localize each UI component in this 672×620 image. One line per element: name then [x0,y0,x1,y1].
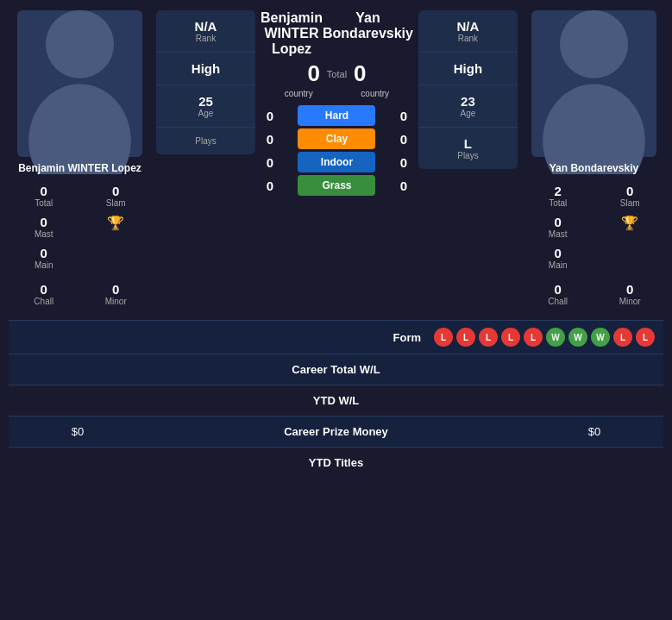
ytd-wl-row: YTD W/L [9,385,663,416]
right-mast-value: 0 [523,215,593,229]
left-stats-panel: N/A Rank High 25 Age Plays [156,10,255,154]
right-main-cell: 0 Main [523,243,593,272]
form-badge-8: L [613,328,632,347]
career-wl-label: Career Total W/L [138,363,534,376]
left-age-label: Age [198,109,214,118]
right-vs-score: 0 [354,60,366,87]
right-main-value: 0 [523,246,593,260]
right-slam-label: Slam [594,198,665,208]
left-player-name-center: Benjamin WINTER Lopez [261,10,323,57]
left-slam-label: Slam [81,198,152,208]
right-high-row: High [418,53,518,85]
prize-money-label: Career Prize Money [138,425,534,438]
svg-point-1 [28,84,131,174]
main-container: Benjamin WINTER Lopez 0 Total 0 Slam 0 M… [0,0,672,478]
right-trophy-icon: 🏆 [594,215,665,231]
indoor-score-left: 0 [261,155,279,170]
right-total-label: Total [523,198,593,208]
right-player-name: Yan Bondarevskiy [550,162,638,174]
form-badge-3: L [501,328,520,347]
left-plays-row: Plays [156,128,255,154]
right-mast-label: Mast [523,229,593,239]
grass-surface-row: 0 Grass 0 [261,175,413,196]
left-minor-label: Minor [81,297,152,306]
left-minor-cell: 0 Minor [81,279,152,309]
left-minor-value: 0 [81,282,152,297]
form-badge-2: L [479,328,498,347]
right-total-value: 2 [523,184,593,198]
right-chall-value: 0 [523,282,593,297]
right-age-row: 23 Age [418,85,518,128]
right-mast-cell: 0 Mast [523,212,593,241]
left-trophy-cell: 🏆 [81,212,152,241]
indoor-score-right: 0 [394,155,413,170]
left-chall-cell: 0 Chall [9,279,79,309]
right-player-name-center: Yan Bondarevskiy [323,10,413,57]
prize-money-left: $0 [17,425,138,438]
prize-money-row: $0 Career Prize Money $0 [9,416,663,447]
grass-button[interactable]: Grass [298,175,375,196]
indoor-surface-row: 0 Indoor 0 [261,152,413,172]
form-badge-9: L [636,328,655,347]
left-age-value: 25 [198,94,213,109]
form-row: Form L L L L L W W W L L [9,320,663,354]
left-vs-score: 0 [307,60,319,87]
right-slam-value: 0 [594,184,665,198]
left-high-value: High [192,61,220,76]
left-slam-cell: 0 Slam [81,181,152,210]
right-age-label: Age [461,109,476,118]
hard-surface-row: 0 Hard 0 [261,105,413,126]
total-label: Total [327,69,347,79]
right-slam-cell: 0 Slam [594,181,665,210]
right-total-cell: 2 Total [523,181,593,210]
middle-comparison: Benjamin WINTER Lopez Yan Bondarevskiy 0… [261,10,413,196]
clay-score-left: 0 [261,132,279,147]
hard-score-left: 0 [261,109,279,123]
right-chall-cell: 0 Chall [523,279,593,309]
indoor-button[interactable]: Indoor [298,152,375,172]
right-plays-label: Plays [457,151,478,160]
hard-score-right: 0 [394,109,413,123]
left-trophy-icon: 🏆 [81,215,152,231]
grass-score-left: 0 [261,178,279,193]
hard-button[interactable]: Hard [298,105,375,126]
left-rank-label: Rank [196,34,216,43]
left-player-name: Benjamin WINTER Lopez [18,162,141,174]
right-player-stats: 2 Total 0 Slam 0 Mast 🏆 0 Main [523,181,665,309]
form-badge-7: W [591,328,610,347]
left-plays-label: Plays [195,136,216,146]
right-minor-label: Minor [594,297,665,306]
left-total-value: 0 [9,184,79,198]
left-player-avatar [17,10,142,157]
countries-row: country country [261,89,413,98]
ytd-titles-label: YTD Titles [138,456,534,469]
svg-point-0 [46,9,114,78]
form-badges: L L L L L W W W L L [434,328,655,347]
form-badge-0: L [434,328,453,347]
right-stats-panel: N/A Rank High 23 Age L Plays [418,10,518,169]
clay-score-right: 0 [394,132,413,147]
left-main-value: 0 [9,246,79,260]
bottom-section: Form L L L L L W W W L L Career Total W/… [0,320,672,478]
grass-score-right: 0 [394,178,413,193]
left-slam-value: 0 [81,184,152,198]
ytd-wl-label: YTD W/L [138,394,534,407]
clay-surface-row: 0 Clay 0 [261,128,413,149]
right-country: country [336,89,412,98]
clay-button[interactable]: Clay [298,128,375,149]
right-main-label: Main [523,260,593,270]
left-mast-cell: 0 Mast [9,212,79,241]
right-high-value: High [454,61,482,76]
svg-point-3 [543,84,645,174]
ytd-titles-row: YTD Titles [9,447,663,478]
left-high-row: High [156,53,255,85]
left-country: country [261,89,336,98]
players-comparison-section: Benjamin WINTER Lopez 0 Total 0 Slam 0 M… [0,0,672,313]
form-label: Form [348,331,434,344]
left-total-cell: 0 Total [9,181,79,210]
left-rank-value: N/A [195,19,217,34]
right-minor-cell: 0 Minor [594,279,665,309]
left-main-label: Main [9,260,79,270]
form-badge-5: W [546,328,565,347]
form-badge-1: L [456,328,475,347]
